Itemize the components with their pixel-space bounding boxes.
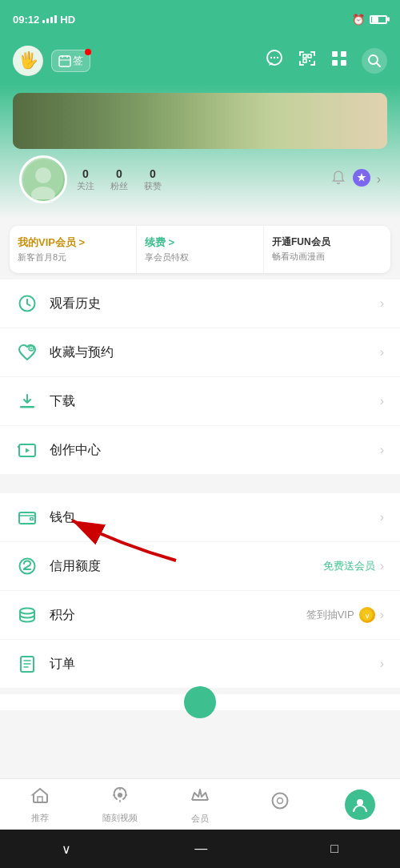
wallet-icon xyxy=(16,506,38,528)
creator-arrow-icon: › xyxy=(380,443,384,457)
vip-bar: 我的VIP会员 > 新客首月8元 续费 > 享会员特权 开通FUN会员 畅看动画… xyxy=(10,226,390,273)
battery-icon xyxy=(370,15,387,24)
recents-button[interactable]: □ xyxy=(330,842,338,856)
app-logo[interactable]: 🖐 xyxy=(13,46,43,76)
svg-rect-15 xyxy=(341,51,346,57)
profile-chevron-icon[interactable]: › xyxy=(377,172,381,187)
profile-avatar-button[interactable] xyxy=(345,790,375,820)
top-nav-left: 🖐 签 xyxy=(13,46,90,76)
svg-text:🖐: 🖐 xyxy=(18,50,38,70)
svg-point-46 xyxy=(357,799,363,806)
back-button[interactable]: ∨ xyxy=(62,842,71,857)
menu-section-2: 钱包 › 信用额度 免费送会员 › xyxy=(0,493,400,688)
svg-point-7 xyxy=(270,57,272,58)
likes-stat[interactable]: 0 获赞 xyxy=(144,167,162,192)
alarm-icon: ⏰ xyxy=(352,14,365,26)
follow-stat[interactable]: 0 关注 xyxy=(77,167,94,192)
signal-bar-3 xyxy=(50,17,53,23)
svg-point-43 xyxy=(118,793,122,798)
notification-dot xyxy=(85,49,91,55)
battery-fill xyxy=(372,17,378,22)
svg-rect-26 xyxy=(20,406,34,408)
svg-point-44 xyxy=(273,794,288,809)
points-arrow-icon: › xyxy=(380,608,384,622)
svg-rect-11 xyxy=(308,54,311,58)
menu-item-points[interactable]: 积分 签到抽VIP V › xyxy=(0,591,400,640)
bell-icon[interactable] xyxy=(330,170,346,190)
bottom-nav: 推荐 随刻视频 会员 xyxy=(0,778,400,830)
download-arrow-icon: › xyxy=(380,394,384,408)
fans-stat[interactable]: 0 粉丝 xyxy=(110,167,128,192)
fans-label: 粉丝 xyxy=(110,180,128,192)
sign-label: 签 xyxy=(73,54,83,68)
home-button[interactable]: — xyxy=(194,842,207,856)
menu-item-download[interactable]: 下载 › xyxy=(0,377,400,426)
vip-fun-title: 开通FUN会员 xyxy=(272,235,382,249)
svg-rect-16 xyxy=(332,60,338,66)
menu-item-history[interactable]: 观看历史 › xyxy=(0,279,400,328)
history-label: 观看历史 xyxy=(50,295,380,312)
points-label: 积分 xyxy=(50,607,306,624)
message-icon[interactable] xyxy=(264,48,285,74)
search-button[interactable] xyxy=(362,48,387,74)
vip-label: 会员 xyxy=(191,813,209,825)
svg-rect-42 xyxy=(38,797,42,802)
menu-section-1: 观看历史 › 收藏与预约 › 下载 › xyxy=(0,279,400,474)
nav-item-profile[interactable] xyxy=(320,785,400,825)
credit-arrow-icon: › xyxy=(380,559,384,573)
points-icon xyxy=(16,604,38,626)
nav-item-reels[interactable]: 随刻视频 xyxy=(80,781,160,829)
profile-circle-partial xyxy=(184,686,216,718)
credit-label: 信用额度 xyxy=(50,558,323,575)
svg-rect-13 xyxy=(309,60,310,62)
svg-rect-17 xyxy=(341,60,346,66)
vip-renew-item[interactable]: 续费 > 享会员特权 xyxy=(137,226,264,273)
star-badge-icon[interactable] xyxy=(353,169,370,191)
wallet-arrow-icon: › xyxy=(380,510,384,524)
home-label: 推荐 xyxy=(31,812,49,824)
orders-label: 订单 xyxy=(50,656,380,673)
svg-rect-14 xyxy=(332,51,338,57)
menu-item-orders[interactable]: 订单 › xyxy=(0,640,400,688)
nav-item-vip[interactable]: 会员 xyxy=(160,780,240,830)
vip-renew-title: 续费 > xyxy=(145,235,255,250)
profile-right: › xyxy=(330,169,381,191)
profile-info-row: 0 关注 0 粉丝 0 获赞 xyxy=(13,155,387,203)
calendar-icon xyxy=(58,54,71,67)
nav-item-explore[interactable] xyxy=(240,786,320,822)
likes-label: 获赞 xyxy=(144,180,162,192)
vip-member-title: 我的VIP会员 > xyxy=(18,235,128,250)
svg-point-45 xyxy=(278,798,283,804)
reels-icon xyxy=(110,786,130,810)
sign-button[interactable]: 签 xyxy=(51,50,90,72)
download-icon xyxy=(16,390,38,412)
grid-icon[interactable] xyxy=(330,49,349,73)
vip-crown-icon xyxy=(190,785,210,810)
clock-icon xyxy=(16,292,38,315)
svg-rect-12 xyxy=(303,59,306,62)
wallet-label: 钱包 xyxy=(50,509,380,526)
vip-fun-item[interactable]: 开通FUN会员 畅看动画漫画 xyxy=(264,226,390,273)
vip-fun-subtitle: 畅看动画漫画 xyxy=(272,251,382,263)
explore-icon xyxy=(270,791,290,815)
scan-icon[interactable] xyxy=(298,49,317,73)
follow-count: 0 xyxy=(77,167,94,180)
signal-bar-2 xyxy=(46,18,49,23)
signal-bar-4 xyxy=(54,15,57,23)
vip-badge: V xyxy=(359,607,375,623)
nav-item-home[interactable]: 推荐 xyxy=(0,781,80,829)
svg-rect-10 xyxy=(303,54,306,58)
history-arrow-icon: › xyxy=(380,296,384,311)
favorite-icon xyxy=(16,341,38,364)
avatar[interactable] xyxy=(19,155,67,203)
status-left: 09:12 HD xyxy=(13,14,75,26)
vip-member-item[interactable]: 我的VIP会员 > 新客首月8元 xyxy=(10,226,137,273)
vip-renew-subtitle: 享会员特权 xyxy=(145,251,255,263)
credit-extra: 免费送会员 xyxy=(323,559,375,573)
menu-separator xyxy=(0,480,400,487)
signal-bars xyxy=(42,15,57,23)
menu-item-favorite[interactable]: 收藏与预约 › xyxy=(0,328,400,377)
menu-item-creator[interactable]: 创作中心 › xyxy=(0,426,400,474)
menu-item-credit[interactable]: 信用额度 免费送会员 › xyxy=(0,542,400,591)
menu-item-wallet[interactable]: 钱包 › xyxy=(0,493,400,542)
